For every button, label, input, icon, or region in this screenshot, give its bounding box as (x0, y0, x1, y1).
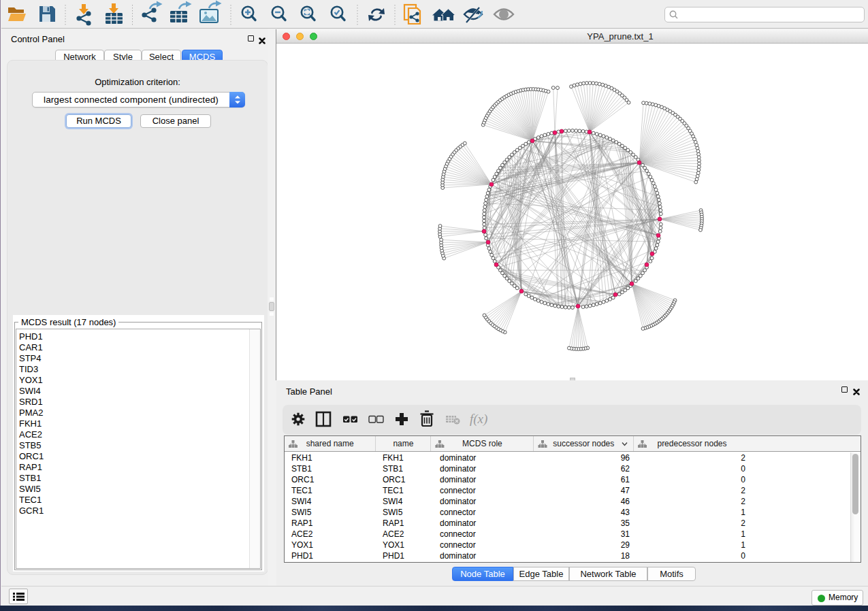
svg-text:f(x): f(x) (470, 412, 487, 427)
